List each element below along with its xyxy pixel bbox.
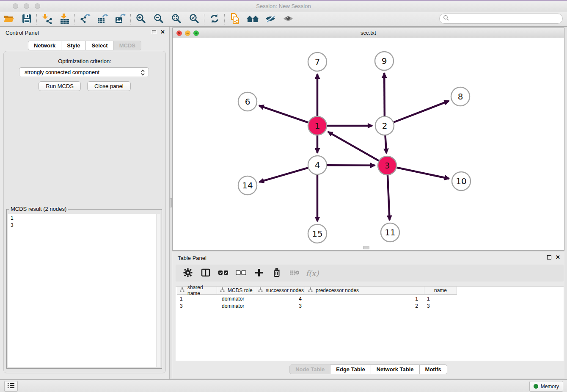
column-header-predecessor-nodes: predecessor nodes — [316, 287, 359, 293]
mcds-result-list[interactable]: 13 — [8, 214, 160, 367]
column-header-shared-name: shared name — [187, 284, 217, 296]
toolbar-separator — [130, 14, 131, 25]
result-scrollbar[interactable] — [156, 214, 160, 367]
table-settings-button[interactable] — [181, 266, 195, 280]
import-network-button[interactable] — [38, 13, 56, 26]
network-canvas[interactable]: 7968124314101511 — [173, 38, 564, 250]
table-cell[interactable]: 3 — [177, 302, 217, 309]
tab-mcds[interactable]: MCDS — [113, 41, 141, 50]
delete-table-button[interactable] — [287, 266, 302, 280]
table-cell[interactable]: 3 — [255, 302, 305, 309]
export-table-button[interactable] — [94, 13, 112, 26]
table-close-icon[interactable]: ✕ — [556, 255, 560, 260]
column-sort-icon — [220, 287, 225, 293]
select-all-button[interactable] — [216, 266, 231, 280]
table-row[interactable]: 3dominator323 — [177, 302, 457, 309]
table-header-cell[interactable]: successor nodes — [255, 287, 305, 295]
status-bar: Memory — [0, 379, 567, 392]
table-header-cell[interactable]: MCDS role — [217, 287, 255, 295]
zoom-fit-button[interactable] — [168, 13, 185, 26]
table-float-icon[interactable] — [547, 255, 551, 259]
export-table-icon — [97, 13, 109, 25]
node-label-7: 7 — [315, 57, 320, 67]
table-cell[interactable]: 2 — [305, 302, 424, 309]
result-line: 1 — [11, 215, 160, 222]
zoom-selected-button[interactable] — [185, 13, 203, 26]
deselect-all-button[interactable] — [234, 266, 248, 280]
table-header-cell[interactable]: predecessor nodes — [305, 287, 424, 295]
network-zoom-button[interactable] — [193, 30, 199, 38]
delete-column-button[interactable] — [270, 266, 284, 280]
edge-3-10[interactable] — [397, 168, 449, 179]
memory-status-dot — [534, 384, 538, 389]
table-cell[interactable]: dominator — [217, 295, 255, 302]
table-tab-node-table[interactable]: Node Table — [289, 364, 330, 374]
table-header-cell[interactable]: name — [424, 287, 457, 295]
panel-splitter[interactable] — [169, 27, 172, 379]
table-cell[interactable]: 3 — [424, 302, 457, 309]
search-input[interactable] — [451, 15, 562, 22]
column-sort-icon — [258, 287, 263, 293]
criterion-dropdown[interactable]: strongly connected component — [19, 67, 149, 77]
add-column-button[interactable] — [252, 266, 266, 280]
hide-graphics-details-button[interactable] — [261, 13, 279, 26]
edge-4-3[interactable] — [327, 165, 375, 166]
table-tab-edge-table[interactable]: Edge Table — [330, 364, 371, 374]
table-cell[interactable]: 1 — [305, 295, 424, 302]
node-label-8: 8 — [458, 91, 463, 102]
tab-network[interactable]: Network — [28, 41, 61, 50]
tab-select[interactable]: Select — [85, 41, 113, 50]
node-label-15: 15 — [312, 229, 322, 239]
table-cell[interactable]: dominator — [217, 302, 255, 309]
open-folder-icon — [3, 14, 15, 25]
column-chooser-button[interactable] — [198, 266, 213, 280]
edge-3-1[interactable] — [328, 132, 379, 160]
refresh-icon — [209, 13, 220, 25]
network-window: scc.txt 7968124314101511 — [172, 28, 564, 251]
new-network-from-selection-button[interactable] — [226, 13, 244, 26]
open-session-button[interactable] — [0, 13, 18, 26]
close-panel-icon[interactable]: ✕ — [160, 30, 165, 35]
tab-style[interactable]: Style — [61, 41, 86, 50]
zoom-out-button[interactable] — [150, 13, 168, 26]
mcds-result-title: MCDS result (2 nodes) — [9, 206, 68, 212]
edge-2-8[interactable] — [394, 101, 449, 122]
splitter-grip[interactable] — [170, 198, 172, 207]
table-tab-network-table[interactable]: Network Table — [371, 364, 420, 374]
node-table: shared nameMCDS rolesuccessor nodesprede… — [176, 286, 564, 361]
edge-2-3[interactable] — [385, 135, 386, 153]
zoom-in-button[interactable] — [132, 13, 150, 26]
table-header-cell[interactable]: shared name — [177, 287, 217, 295]
network-resize-grip[interactable] — [363, 246, 369, 249]
network-minimize-button[interactable] — [185, 30, 190, 38]
save-session-button[interactable] — [18, 13, 36, 26]
edge-4-14[interactable] — [259, 168, 308, 182]
memory-button[interactable]: Memory — [529, 381, 563, 392]
run-mcds-button[interactable]: Run MCDS — [39, 81, 81, 91]
table-cell[interactable]: 1 — [177, 295, 217, 302]
edge-1-6[interactable] — [259, 105, 308, 122]
edge-3-11[interactable] — [388, 175, 390, 220]
refresh-view-button[interactable] — [206, 13, 223, 26]
function-builder-button[interactable]: f(x) — [305, 266, 319, 280]
home-button[interactable] — [244, 13, 261, 26]
export-network-button[interactable] — [76, 13, 94, 26]
table-row[interactable]: 1dominator411 — [177, 295, 457, 302]
table-tab-motifs[interactable]: Motifs — [419, 364, 447, 374]
titlebar: Session: New Session — [0, 1, 567, 12]
edge-2-9[interactable] — [384, 73, 385, 116]
table-cell[interactable]: 1 — [424, 295, 457, 302]
memory-label: Memory — [541, 384, 559, 389]
close-panel-button[interactable]: Close panel — [87, 81, 131, 91]
table-cell[interactable]: 4 — [255, 295, 305, 302]
task-history-button[interactable] — [4, 381, 18, 392]
float-panel-icon[interactable] — [152, 30, 156, 34]
export-image-button[interactable] — [112, 13, 129, 26]
homes-icon — [246, 14, 259, 25]
show-graphics-details-button[interactable] — [279, 13, 297, 26]
table-panel-title: Table Panel — [178, 255, 206, 261]
mcds-tab-content: Optimization criterion: strongly connect… — [3, 51, 166, 373]
import-table-button[interactable] — [56, 13, 74, 26]
network-close-button[interactable] — [176, 30, 182, 38]
delete-table-icon — [289, 269, 300, 277]
